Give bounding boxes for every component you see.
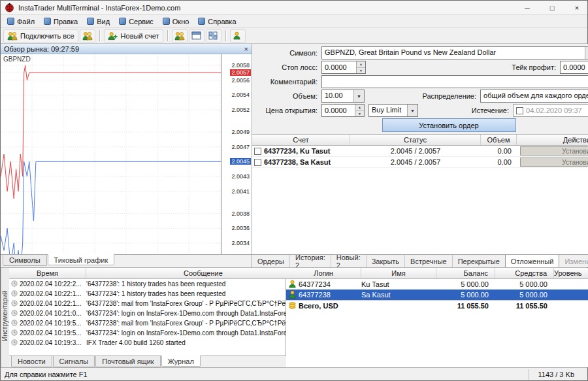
price-scale-label: 2.0058 xyxy=(231,62,250,69)
menu-item-Окно[interactable]: Окно xyxy=(158,16,194,27)
distribution-select[interactable]: общий объем для каждого ордера ▼ xyxy=(480,90,588,103)
trade-tab[interactable]: Ордеры xyxy=(252,255,290,267)
spin-down-icon[interactable]: ▼ xyxy=(357,68,365,74)
column-header-equity[interactable]: Средства xyxy=(495,268,554,278)
price-scale-label: 2.0038 xyxy=(231,210,250,217)
account-row[interactable]: Всего, USD11 055.5011 055.50 xyxy=(286,300,588,310)
column-header-volume[interactable]: Объем xyxy=(481,135,517,145)
order-form: Символ: GBPNZD, Great Britain Pound vs N… xyxy=(252,44,588,134)
trade-tab[interactable]: Перекрытые xyxy=(453,255,506,267)
menu-item-Вид[interactable]: Вид xyxy=(82,16,114,27)
order-checkbox[interactable] xyxy=(254,159,261,166)
column-header-login[interactable]: Логин xyxy=(286,268,361,278)
network-traffic: 1143 / 3 Kb xyxy=(529,369,583,380)
spin-up-icon[interactable]: ▲ xyxy=(357,61,365,68)
order-row[interactable]: 64377238, Sa Kasut2.0045 / 2.00570.00Уст… xyxy=(252,157,588,168)
trade-tab[interactable]: Встречные xyxy=(405,255,453,267)
journal-tab[interactable]: Почтовый ящик xyxy=(95,356,160,367)
accounts-view-button[interactable] xyxy=(172,29,188,42)
journal-header: Время Сообщение xyxy=(9,268,321,279)
column-header-account[interactable]: Счет xyxy=(252,135,350,145)
tick-chart-button[interactable] xyxy=(189,29,204,42)
column-header-action[interactable]: Действие xyxy=(517,135,588,145)
ask-price-label: 2.0057 xyxy=(230,69,251,76)
market-watch-tabs: СимволыТиковый график xyxy=(1,254,252,267)
menu-item-Справка[interactable]: Справка xyxy=(193,16,240,27)
menu-item-icon xyxy=(7,18,14,25)
comment-input[interactable] xyxy=(321,75,588,88)
volume-value: 10.00 xyxy=(322,90,353,102)
journal-tab[interactable]: Журнал xyxy=(161,356,201,367)
price-scale-label: 2.0049 xyxy=(231,129,250,135)
connect-options-button[interactable] xyxy=(80,29,95,42)
layout-button[interactable] xyxy=(206,29,221,42)
place-order-button[interactable]: Установить ордер xyxy=(382,118,516,132)
expiry-input[interactable]: 04.02.2020 09:37 ▼ xyxy=(513,104,588,117)
chevron-down-icon[interactable]: ▼ xyxy=(585,47,588,59)
account-row[interactable]: 64377238Sa Kasut5 000.005 000.00 xyxy=(286,290,588,300)
market-watch-tab[interactable]: Символы xyxy=(3,255,47,266)
account-row[interactable]: 64377234Ku Tasut5 000.005 000.00 xyxy=(286,279,588,290)
order-type-select[interactable]: Buy Limit ▼ xyxy=(368,104,418,117)
profiles-button[interactable] xyxy=(230,29,246,42)
column-header-time[interactable]: Время xyxy=(9,268,86,278)
journal-tab[interactable]: Сигналы xyxy=(53,356,95,367)
set-order-button[interactable]: Установить xyxy=(520,157,588,167)
take-profit-input[interactable]: 0.0000 ▲▼ xyxy=(560,61,588,74)
connect-all-button[interactable]: Подключить все xyxy=(3,29,78,42)
trade-tab: Изменить xyxy=(559,255,588,267)
menu-item-label: Вид xyxy=(97,18,110,25)
order-status-cell: 2.0045 / 2.0057 xyxy=(350,147,481,155)
account-login-text: 64377234 xyxy=(299,280,331,288)
menu-item-Сервис[interactable]: Сервис xyxy=(114,16,158,27)
set-order-button[interactable]: Установить xyxy=(520,146,588,156)
maximize-button[interactable]: □ xyxy=(542,1,563,14)
toolbox-side-tab[interactable]: Инструментарий xyxy=(1,268,9,367)
journal-time-cell: 2020.02.04 10:19:3... xyxy=(9,339,86,347)
trade-tab[interactable]: Закрыть xyxy=(367,255,405,267)
order-volume-cell: 0.00 xyxy=(481,147,517,155)
spin-up-icon[interactable]: ▲ xyxy=(355,105,364,111)
tick-chart-plot[interactable]: GBPNZD xyxy=(1,54,221,254)
clock-icon xyxy=(11,280,18,288)
price-scale-label: 2.0054 xyxy=(231,91,250,98)
expiry-checkbox[interactable] xyxy=(516,107,523,114)
trade-tab[interactable]: Отложенный xyxy=(506,255,560,267)
menu-item-Файл[interactable]: Файл xyxy=(3,16,39,27)
symbol-select[interactable]: GBPNZD, Great Britain Pound vs New Zeala… xyxy=(321,46,588,59)
column-header-level[interactable]: Уровень xyxy=(554,268,588,278)
stop-loss-input[interactable]: 0.0000 ▲▼ xyxy=(321,61,366,74)
column-header-name[interactable]: Имя xyxy=(361,268,436,278)
order-status-cell: 2.0045 / 2.0057 xyxy=(350,158,481,166)
account-name-cell: Sa Kasut xyxy=(361,291,436,299)
new-account-button[interactable]: Новый счет xyxy=(104,29,163,42)
order-row[interactable]: 64377234, Ku Tasut2.0045 / 2.00570.00Уст… xyxy=(252,146,588,157)
trade-tab[interactable]: История: 2 xyxy=(290,255,331,267)
account-login-cell: 64377238 xyxy=(286,290,361,300)
chevron-down-icon[interactable]: ▼ xyxy=(353,90,364,102)
spin-down-icon[interactable]: ▼ xyxy=(355,111,364,117)
panel-close-icon[interactable]: × xyxy=(244,46,248,52)
journal-message-cell: '64377238': mail from 'InstaForex Group'… xyxy=(86,320,321,327)
take-profit-value: 0.0000 xyxy=(561,61,588,73)
trade-tabs: ОрдерыИстория: 2Новый: 2ЗакрытьВстречные… xyxy=(252,254,588,267)
journal-panel: Инструментарий Время Сообщение 2020.02.0… xyxy=(1,268,286,367)
column-header-status[interactable]: Статус xyxy=(350,135,481,145)
close-button[interactable]: × xyxy=(566,1,587,14)
minimize-button[interactable]: ─ xyxy=(517,1,538,14)
menu-item-Правка[interactable]: Правка xyxy=(39,16,82,27)
open-price-input[interactable]: 0.0000 ▲▼ xyxy=(321,104,365,117)
journal-tab[interactable]: Новости xyxy=(11,356,52,367)
order-checkbox[interactable] xyxy=(254,148,261,155)
account-login-cell: Всего, USD xyxy=(286,301,361,310)
column-header-balance[interactable]: Баланс xyxy=(436,268,495,278)
market-watch-tab[interactable]: Тиковый график xyxy=(48,254,115,265)
trade-tab[interactable]: Новый: 2 xyxy=(331,255,367,267)
chevron-down-icon[interactable]: ▼ xyxy=(407,105,417,116)
journal-message-cell: '64377234': 1 history trades has been re… xyxy=(86,290,321,297)
clock-icon xyxy=(11,300,18,308)
orders-rows: 64377234, Ku Tasut2.0045 / 2.00570.00Уст… xyxy=(252,146,588,168)
journal-tabs: НовостиСигналыПочтовый ящикЖурнал xyxy=(9,356,321,367)
column-header-message[interactable]: Сообщение xyxy=(86,268,321,278)
volume-select[interactable]: 10.00 ▼ xyxy=(321,90,365,103)
